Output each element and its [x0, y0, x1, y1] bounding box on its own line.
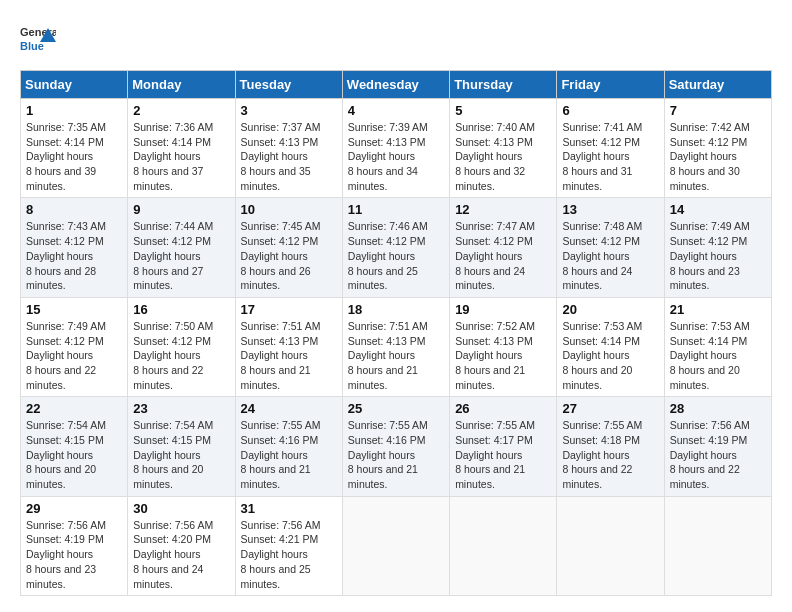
day-number: 25 [348, 401, 444, 416]
day-number: 23 [133, 401, 229, 416]
day-info: Sunrise: 7:36 AM Sunset: 4:14 PM Dayligh… [133, 120, 229, 193]
calendar-cell: 9 Sunrise: 7:44 AM Sunset: 4:12 PM Dayli… [128, 198, 235, 297]
day-number: 19 [455, 302, 551, 317]
calendar-cell: 6 Sunrise: 7:41 AM Sunset: 4:12 PM Dayli… [557, 99, 664, 198]
calendar-cell: 19 Sunrise: 7:52 AM Sunset: 4:13 PM Dayl… [450, 297, 557, 396]
calendar-cell: 12 Sunrise: 7:47 AM Sunset: 4:12 PM Dayl… [450, 198, 557, 297]
calendar-cell: 28 Sunrise: 7:56 AM Sunset: 4:19 PM Dayl… [664, 397, 771, 496]
day-info: Sunrise: 7:44 AM Sunset: 4:12 PM Dayligh… [133, 219, 229, 292]
calendar-cell: 24 Sunrise: 7:55 AM Sunset: 4:16 PM Dayl… [235, 397, 342, 496]
calendar-cell: 17 Sunrise: 7:51 AM Sunset: 4:13 PM Dayl… [235, 297, 342, 396]
day-info: Sunrise: 7:56 AM Sunset: 4:20 PM Dayligh… [133, 518, 229, 591]
day-info: Sunrise: 7:46 AM Sunset: 4:12 PM Dayligh… [348, 219, 444, 292]
calendar-cell [450, 496, 557, 595]
day-info: Sunrise: 7:55 AM Sunset: 4:16 PM Dayligh… [241, 418, 337, 491]
calendar-cell: 21 Sunrise: 7:53 AM Sunset: 4:14 PM Dayl… [664, 297, 771, 396]
day-number: 26 [455, 401, 551, 416]
calendar-cell [342, 496, 449, 595]
day-info: Sunrise: 7:53 AM Sunset: 4:14 PM Dayligh… [562, 319, 658, 392]
calendar-cell: 25 Sunrise: 7:55 AM Sunset: 4:16 PM Dayl… [342, 397, 449, 496]
day-info: Sunrise: 7:55 AM Sunset: 4:17 PM Dayligh… [455, 418, 551, 491]
day-info: Sunrise: 7:56 AM Sunset: 4:19 PM Dayligh… [26, 518, 122, 591]
day-info: Sunrise: 7:53 AM Sunset: 4:14 PM Dayligh… [670, 319, 766, 392]
calendar-cell: 29 Sunrise: 7:56 AM Sunset: 4:19 PM Dayl… [21, 496, 128, 595]
calendar-cell: 1 Sunrise: 7:35 AM Sunset: 4:14 PM Dayli… [21, 99, 128, 198]
day-number: 13 [562, 202, 658, 217]
day-number: 28 [670, 401, 766, 416]
day-info: Sunrise: 7:55 AM Sunset: 4:18 PM Dayligh… [562, 418, 658, 491]
day-number: 12 [455, 202, 551, 217]
calendar-cell [557, 496, 664, 595]
calendar-cell: 8 Sunrise: 7:43 AM Sunset: 4:12 PM Dayli… [21, 198, 128, 297]
day-info: Sunrise: 7:54 AM Sunset: 4:15 PM Dayligh… [26, 418, 122, 491]
weekday-header-thursday: Thursday [450, 71, 557, 99]
calendar-cell: 30 Sunrise: 7:56 AM Sunset: 4:20 PM Dayl… [128, 496, 235, 595]
day-info: Sunrise: 7:48 AM Sunset: 4:12 PM Dayligh… [562, 219, 658, 292]
weekday-header-wednesday: Wednesday [342, 71, 449, 99]
day-info: Sunrise: 7:47 AM Sunset: 4:12 PM Dayligh… [455, 219, 551, 292]
day-info: Sunrise: 7:43 AM Sunset: 4:12 PM Dayligh… [26, 219, 122, 292]
day-number: 29 [26, 501, 122, 516]
calendar-cell: 15 Sunrise: 7:49 AM Sunset: 4:12 PM Dayl… [21, 297, 128, 396]
week-row-5: 29 Sunrise: 7:56 AM Sunset: 4:19 PM Dayl… [21, 496, 772, 595]
day-info: Sunrise: 7:51 AM Sunset: 4:13 PM Dayligh… [241, 319, 337, 392]
logo-icon: General Blue [20, 20, 56, 60]
day-info: Sunrise: 7:56 AM Sunset: 4:19 PM Dayligh… [670, 418, 766, 491]
day-number: 3 [241, 103, 337, 118]
day-number: 8 [26, 202, 122, 217]
day-info: Sunrise: 7:51 AM Sunset: 4:13 PM Dayligh… [348, 319, 444, 392]
day-info: Sunrise: 7:37 AM Sunset: 4:13 PM Dayligh… [241, 120, 337, 193]
weekday-header-row: SundayMondayTuesdayWednesdayThursdayFrid… [21, 71, 772, 99]
calendar-cell: 14 Sunrise: 7:49 AM Sunset: 4:12 PM Dayl… [664, 198, 771, 297]
day-info: Sunrise: 7:41 AM Sunset: 4:12 PM Dayligh… [562, 120, 658, 193]
day-number: 14 [670, 202, 766, 217]
day-number: 7 [670, 103, 766, 118]
calendar-cell: 13 Sunrise: 7:48 AM Sunset: 4:12 PM Dayl… [557, 198, 664, 297]
weekday-header-saturday: Saturday [664, 71, 771, 99]
day-info: Sunrise: 7:49 AM Sunset: 4:12 PM Dayligh… [26, 319, 122, 392]
week-row-3: 15 Sunrise: 7:49 AM Sunset: 4:12 PM Dayl… [21, 297, 772, 396]
day-info: Sunrise: 7:35 AM Sunset: 4:14 PM Dayligh… [26, 120, 122, 193]
day-number: 4 [348, 103, 444, 118]
day-number: 2 [133, 103, 229, 118]
day-number: 10 [241, 202, 337, 217]
day-number: 16 [133, 302, 229, 317]
weekday-header-monday: Monday [128, 71, 235, 99]
day-number: 27 [562, 401, 658, 416]
week-row-2: 8 Sunrise: 7:43 AM Sunset: 4:12 PM Dayli… [21, 198, 772, 297]
day-number: 9 [133, 202, 229, 217]
calendar-cell: 4 Sunrise: 7:39 AM Sunset: 4:13 PM Dayli… [342, 99, 449, 198]
calendar-cell: 23 Sunrise: 7:54 AM Sunset: 4:15 PM Dayl… [128, 397, 235, 496]
day-info: Sunrise: 7:45 AM Sunset: 4:12 PM Dayligh… [241, 219, 337, 292]
day-number: 20 [562, 302, 658, 317]
day-info: Sunrise: 7:40 AM Sunset: 4:13 PM Dayligh… [455, 120, 551, 193]
day-info: Sunrise: 7:39 AM Sunset: 4:13 PM Dayligh… [348, 120, 444, 193]
calendar-cell: 7 Sunrise: 7:42 AM Sunset: 4:12 PM Dayli… [664, 99, 771, 198]
calendar-cell [664, 496, 771, 595]
day-number: 5 [455, 103, 551, 118]
week-row-1: 1 Sunrise: 7:35 AM Sunset: 4:14 PM Dayli… [21, 99, 772, 198]
day-info: Sunrise: 7:50 AM Sunset: 4:12 PM Dayligh… [133, 319, 229, 392]
day-number: 18 [348, 302, 444, 317]
day-info: Sunrise: 7:49 AM Sunset: 4:12 PM Dayligh… [670, 219, 766, 292]
day-number: 15 [26, 302, 122, 317]
day-info: Sunrise: 7:54 AM Sunset: 4:15 PM Dayligh… [133, 418, 229, 491]
logo: General Blue [20, 20, 56, 60]
header: General Blue [20, 20, 772, 60]
day-number: 11 [348, 202, 444, 217]
day-number: 31 [241, 501, 337, 516]
calendar-cell: 31 Sunrise: 7:56 AM Sunset: 4:21 PM Dayl… [235, 496, 342, 595]
calendar-table: SundayMondayTuesdayWednesdayThursdayFrid… [20, 70, 772, 596]
day-number: 21 [670, 302, 766, 317]
calendar-cell: 3 Sunrise: 7:37 AM Sunset: 4:13 PM Dayli… [235, 99, 342, 198]
day-info: Sunrise: 7:52 AM Sunset: 4:13 PM Dayligh… [455, 319, 551, 392]
day-number: 24 [241, 401, 337, 416]
calendar-cell: 22 Sunrise: 7:54 AM Sunset: 4:15 PM Dayl… [21, 397, 128, 496]
day-info: Sunrise: 7:56 AM Sunset: 4:21 PM Dayligh… [241, 518, 337, 591]
weekday-header-sunday: Sunday [21, 71, 128, 99]
day-number: 30 [133, 501, 229, 516]
calendar-cell: 16 Sunrise: 7:50 AM Sunset: 4:12 PM Dayl… [128, 297, 235, 396]
calendar-cell: 2 Sunrise: 7:36 AM Sunset: 4:14 PM Dayli… [128, 99, 235, 198]
weekday-header-friday: Friday [557, 71, 664, 99]
day-number: 17 [241, 302, 337, 317]
